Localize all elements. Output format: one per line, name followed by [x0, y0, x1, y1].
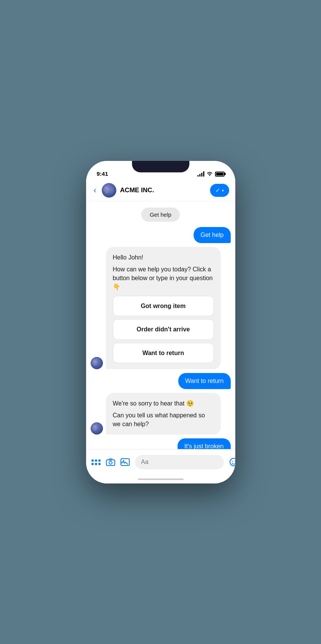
- status-time: 9:41: [97, 170, 108, 177]
- bot-avatar-1: [91, 357, 103, 369]
- svg-point-14: [235, 461, 235, 462]
- bot-text-canyoutell: Can you tell us what happened so we can …: [113, 411, 214, 428]
- qr-want-to-return[interactable]: Want to return: [113, 343, 214, 363]
- bot-bubble-2: We're so sorry to hear that 🥺 Can you te…: [106, 393, 221, 435]
- user-message-2: Want to return: [91, 373, 231, 389]
- message-input[interactable]: [135, 455, 224, 469]
- bot-message-1: Hello John! How can we help you today? C…: [91, 247, 231, 369]
- bot-avatar-2: [91, 422, 103, 435]
- bot-bubble-1: Hello John! How can we help you today? C…: [106, 247, 221, 369]
- chat-area: Get help Get help: [86, 201, 235, 449]
- bot-message-2: We're so sorry to hear that 🥺 Can you te…: [91, 393, 231, 435]
- emoji-icon[interactable]: [229, 457, 235, 467]
- user-message-3: It's just broken: [91, 438, 231, 449]
- image-icon[interactable]: [121, 458, 130, 466]
- user-bubble-2: Want to return: [178, 373, 231, 389]
- apps-icon[interactable]: [91, 459, 101, 465]
- svg-rect-7: [106, 460, 115, 466]
- chat-toolbar: [86, 449, 235, 475]
- bot-text-sorry: We're so sorry to hear that 🥺: [113, 399, 214, 408]
- quick-replies: Got wrong item Order didn't arrive Want …: [113, 296, 214, 363]
- suggestion-chip-get-help[interactable]: Get help: [141, 208, 180, 222]
- home-indicator: [86, 475, 235, 483]
- wifi-icon: [207, 171, 213, 177]
- phone-frame: 9:41 ‹: [86, 161, 235, 483]
- user-message-1: Get help: [91, 227, 231, 243]
- bot-text-howcan: How can we help you today? Click a butto…: [113, 265, 214, 292]
- user-bubble-1: Get help: [194, 227, 230, 243]
- check-icon: ✓: [215, 187, 220, 194]
- company-avatar: [102, 183, 116, 198]
- signal-icon: [197, 171, 204, 177]
- bot-text-hello: Hello John!: [113, 253, 214, 262]
- battery-icon: [215, 172, 225, 177]
- qr-got-wrong-item[interactable]: Got wrong item: [113, 296, 214, 316]
- camera-icon[interactable]: [106, 458, 115, 466]
- suggestion-row: Get help: [91, 208, 231, 222]
- svg-point-12: [230, 458, 235, 466]
- status-icons: [197, 171, 225, 177]
- chat-header: ‹ ACME INC. ✓: [86, 180, 235, 201]
- check-dropdown-button[interactable]: ✓ ▾: [210, 184, 229, 197]
- user-bubble-3: It's just broken: [178, 438, 231, 449]
- svg-point-8: [109, 461, 112, 464]
- qr-order-didnt-arrive[interactable]: Order didn't arrive: [113, 319, 214, 339]
- home-bar: [138, 479, 184, 480]
- notch: [132, 161, 189, 172]
- back-button[interactable]: ‹: [92, 184, 98, 197]
- chevron-down-icon: ▾: [222, 188, 224, 193]
- company-name: ACME INC.: [120, 187, 210, 194]
- phone-screen: 9:41 ‹: [86, 161, 235, 483]
- svg-point-13: [232, 461, 233, 462]
